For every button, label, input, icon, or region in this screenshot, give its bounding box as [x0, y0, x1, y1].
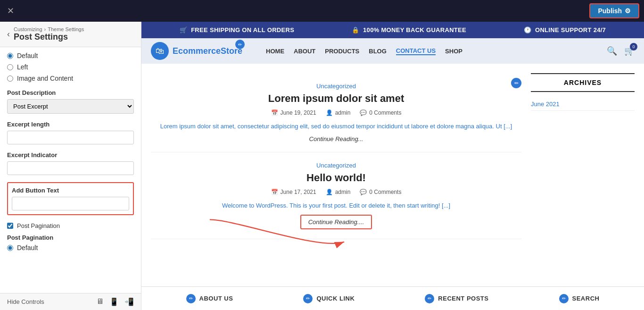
- nav-blog[interactable]: BLOG: [369, 48, 387, 55]
- post-1-meta: 📅 June 19, 2021 👤 admin 💬 0 Comments: [271, 109, 402, 116]
- post-card-2-content: Uncategorized Hello world! 📅 June 17, 20…: [151, 162, 521, 229]
- radio-image-input[interactable]: [7, 75, 13, 82]
- guarantee-text: 100% MONEY BACK GUARANTEE: [363, 26, 466, 34]
- radio-default-input[interactable]: [7, 53, 13, 59]
- announcement-bar: 🛒 FREE SHIPPING ON ALL ORDERS 🔒 100% MON…: [141, 22, 644, 38]
- excerpt-length-group: Excerpt length 20: [7, 121, 134, 144]
- radio-default[interactable]: Default: [7, 52, 134, 59]
- archives-title: ARCHIVES: [531, 73, 635, 92]
- radio-pagination-default[interactable]: Default: [7, 244, 134, 251]
- radio-pagination-input[interactable]: [7, 245, 13, 251]
- post-1-category: Uncategorized: [316, 83, 356, 90]
- post-2-author: 👤 admin: [326, 189, 351, 195]
- footer-quick-link: ✏ QUICK LINK: [303, 294, 355, 303]
- post-pagination-checkbox[interactable]: [7, 223, 13, 229]
- cart-badge: 0: [630, 43, 637, 50]
- add-button-text-label: Add Button Text: [12, 187, 129, 194]
- post-2-date: 📅 June 17, 2021: [271, 189, 316, 195]
- excerpt-indicator-group: Excerpt Indicator {...}: [7, 151, 134, 175]
- logo-edit-button[interactable]: ✏: [235, 40, 245, 49]
- excerpt-length-input[interactable]: 20: [7, 131, 134, 144]
- post-2-author-text: admin: [335, 189, 351, 195]
- shipping-text: FREE SHIPPING ON ALL ORDERS: [191, 26, 294, 34]
- post-description-select[interactable]: Post Excerpt Full Content None: [7, 99, 134, 114]
- support-text: ONLINE SUPPORT 24/7: [535, 26, 606, 34]
- nav-home[interactable]: HOME: [266, 48, 284, 55]
- announcement-support: 🕐 ONLINE SUPPORT 24/7: [524, 26, 606, 34]
- close-button[interactable]: ✕: [5, 3, 17, 18]
- sidebar-back-button[interactable]: ‹: [7, 29, 10, 39]
- logo-area: ✏ 🛍 EcommerceStore: [151, 42, 242, 60]
- post-2-excerpt: Welcome to WordPress. This is your first…: [222, 201, 450, 211]
- panel-title: Post Settings: [14, 32, 84, 42]
- footer-about-edit-button[interactable]: ✏: [186, 294, 196, 303]
- hide-controls-bar: Hide Controls 🖥 📱 📲: [0, 293, 141, 310]
- logo-text: EcommerceStore: [173, 46, 242, 56]
- nav-products[interactable]: PRODUCTS: [325, 48, 359, 55]
- post-2-category: Uncategorized: [316, 162, 356, 169]
- post-2-comments-text: 0 Comments: [369, 189, 401, 195]
- post-1-date: 📅 June 19, 2021: [271, 109, 316, 116]
- footer-search-label: SEARCH: [572, 295, 600, 302]
- support-icon: 🕐: [524, 26, 531, 34]
- footer-quicklink-label: QUICK LINK: [316, 295, 355, 302]
- mobile-icon[interactable]: 📲: [124, 297, 134, 306]
- nav-icons-right: 🔍 🛒 0: [607, 46, 635, 56]
- archives-item-june2021[interactable]: June 2021: [531, 98, 635, 111]
- hide-controls-text[interactable]: Hide Controls: [7, 298, 44, 305]
- post-pagination-checkbox-label: Post Pagination: [17, 222, 60, 229]
- post-2-date-text: June 17, 2021: [281, 189, 316, 195]
- nav-shop[interactable]: SHOP: [445, 48, 462, 55]
- footer-about-us: ✏ ABOUT US: [186, 294, 233, 303]
- post-1-continue[interactable]: Continue Reading...: [309, 135, 363, 142]
- add-button-text-input[interactable]: Continue Reading....: [12, 197, 129, 210]
- nav-about[interactable]: ABOUT: [294, 48, 315, 55]
- publish-label: Publish: [598, 7, 622, 15]
- post-description-label: Post Description: [7, 89, 134, 96]
- radio-default-label: Default: [17, 52, 38, 59]
- search-icon[interactable]: 🔍: [607, 46, 617, 56]
- post-pagination-checkbox-item[interactable]: Post Pagination: [7, 222, 134, 229]
- archives-sidebar: ARCHIVES June 2021: [531, 73, 635, 277]
- add-button-text-group: Add Button Text Continue Reading....: [7, 182, 134, 215]
- blog-posts: ✏ Uncategorized Lorem ipsum dolor sit am…: [151, 73, 521, 277]
- logo-icon: 🛍: [151, 42, 169, 60]
- breadcrumb-separator: ›: [44, 26, 46, 32]
- comment-icon-2: 💬: [360, 189, 367, 195]
- excerpt-indicator-input[interactable]: {...}: [7, 161, 134, 175]
- comment-icon-1: 💬: [360, 109, 367, 116]
- post-1-title: Lorem ipsum dolor sit amet: [268, 92, 405, 105]
- radio-image-label: Image and Content: [17, 75, 73, 82]
- footer-recentposts-edit-button[interactable]: ✏: [425, 294, 434, 303]
- nav-contact[interactable]: CONTACT US: [396, 47, 436, 55]
- post-card-1: ✏ Uncategorized Lorem ipsum dolor sit am…: [151, 73, 521, 152]
- footer-quicklink-edit-button[interactable]: ✏: [303, 294, 313, 303]
- post-1-comments-text: 0 Comments: [369, 109, 401, 116]
- excerpt-length-label: Excerpt length: [7, 121, 134, 128]
- post-pagination-section: Post Pagination Default: [7, 234, 134, 251]
- desktop-icon[interactable]: 🖥: [96, 297, 104, 306]
- post-card-1-content: Uncategorized Lorem ipsum dolor sit amet…: [151, 83, 521, 142]
- nav-bar: ✏ 🛍 EcommerceStore HOME ABOUT PRODUCTS B…: [141, 38, 644, 64]
- tablet-icon[interactable]: 📱: [109, 297, 119, 306]
- post-2-title: Hello world!: [306, 172, 366, 184]
- footer-recent-posts: ✏ RECENT POSTS: [425, 294, 488, 303]
- radio-left[interactable]: Left: [7, 63, 134, 71]
- footer-search-edit-button[interactable]: ✏: [559, 294, 569, 303]
- announcement-guarantee: 🔒 100% MONEY BACK GUARANTEE: [352, 26, 466, 34]
- post-1-author-text: admin: [335, 109, 351, 116]
- post-2-meta: 📅 June 17, 2021 👤 admin 💬 0 Comments: [271, 189, 402, 195]
- logo-text-part1: Ecommerce: [173, 46, 221, 56]
- breadcrumb-theme-settings: Theme Settings: [48, 26, 84, 32]
- post-edit-button-1[interactable]: ✏: [511, 78, 521, 88]
- post-description-group: Post Description Post Excerpt Full Conte…: [7, 89, 134, 114]
- announcement-shipping: 🛒 FREE SHIPPING ON ALL ORDERS: [180, 26, 294, 34]
- post-1-comments: 💬 0 Comments: [360, 109, 401, 116]
- publish-button[interactable]: Publish ⚙: [589, 3, 639, 18]
- radio-image-content[interactable]: Image and Content: [7, 75, 134, 82]
- sidebar-content: Default Left Image and Content Post Desc…: [0, 47, 141, 293]
- post-2-continue[interactable]: Continue Reading....: [300, 215, 372, 229]
- radio-left-input[interactable]: [7, 64, 13, 70]
- breadcrumb-customizing: Customizing: [14, 26, 42, 32]
- layout-radio-group: Default Left Image and Content: [7, 52, 134, 82]
